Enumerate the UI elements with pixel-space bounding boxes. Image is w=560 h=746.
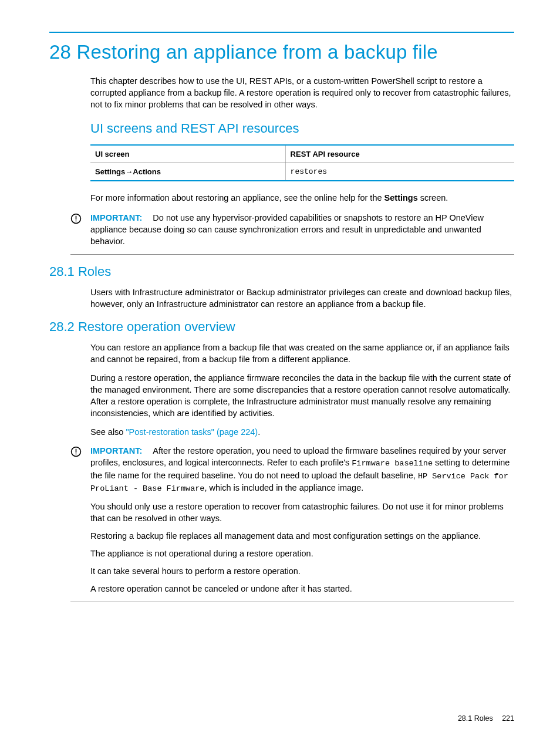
- roles-body: Users with Infrastructure administrator …: [90, 286, 514, 310]
- important-2-p1: IMPORTANT:After the restore operation, y…: [90, 445, 514, 495]
- important-icon: [70, 212, 90, 227]
- svg-rect-1: [76, 216, 77, 220]
- important-1-text: IMPORTANT:Do not use any hypervisor-prov…: [90, 212, 514, 247]
- important-2-p6: A restore operation cannot be canceled o…: [90, 583, 514, 595]
- cell-uiscreen: Settings→Actions: [90, 163, 285, 181]
- important-note-1: IMPORTANT:Do not use any hypervisor-prov…: [70, 212, 514, 255]
- chapter-intro: This chapter describes how to use the UI…: [90, 75, 514, 110]
- footer-page-number: 221: [502, 714, 514, 723]
- restore-p2: During a restore operation, the applianc…: [90, 372, 514, 419]
- more-info-text: For more information about restoring an …: [90, 192, 514, 204]
- svg-rect-4: [76, 449, 77, 453]
- important-2-p2: You should only use a restore operation …: [90, 501, 514, 524]
- chapter-title: 28 Restoring an appliance from a backup …: [49, 41, 514, 63]
- footer-section: 28.1 Roles: [458, 714, 493, 723]
- svg-rect-2: [76, 221, 77, 222]
- important-2-p5: It can take several hours to perform a r…: [90, 565, 514, 577]
- subheading-ui-rest: UI screens and REST API resources: [90, 121, 514, 136]
- important-2-p4: The appliance is not operational during …: [90, 548, 514, 559]
- section-heading-roles: 28.1 Roles: [49, 264, 514, 279]
- important-icon: [70, 445, 90, 460]
- restore-seealso: See also "Post-restoration tasks" (page …: [90, 426, 514, 438]
- top-rule: [49, 32, 514, 33]
- important-2-p3: Restoring a backup file replaces all man…: [90, 530, 514, 542]
- table-header-uiscreen: UI screen: [90, 145, 285, 163]
- table-header-resource: REST API resource: [285, 145, 514, 163]
- cell-resource: restores: [285, 163, 514, 181]
- svg-rect-5: [76, 454, 77, 455]
- post-restoration-link[interactable]: "Post-restoration tasks" (page 224): [126, 427, 258, 437]
- restore-p1: You can restore an appliance from a back…: [90, 342, 514, 365]
- table-row: Settings→Actions restores: [90, 163, 514, 181]
- page-footer: 28.1 Roles 221: [458, 714, 514, 723]
- important-note-2: IMPORTANT:After the restore operation, y…: [70, 445, 514, 602]
- section-heading-restore-overview: 28.2 Restore operation overview: [49, 319, 514, 335]
- api-resource-table: UI screen REST API resource Settings→Act…: [90, 144, 514, 181]
